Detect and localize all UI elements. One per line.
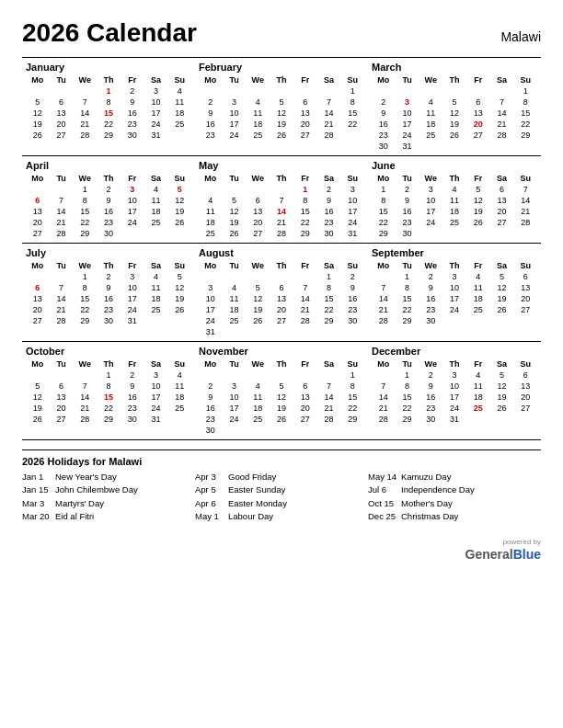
day-cell: 26 bbox=[442, 130, 466, 141]
day-cell: 20 bbox=[293, 403, 317, 414]
day-cell: 15 bbox=[396, 293, 419, 304]
day-cell: 24 bbox=[144, 119, 168, 130]
day-header-we: We bbox=[73, 74, 97, 85]
day-cell: 12 bbox=[442, 108, 466, 119]
day-cell: 8 bbox=[73, 195, 97, 206]
day-cell: 6 bbox=[50, 381, 74, 392]
month-name: December bbox=[372, 346, 537, 357]
day-header-we: We bbox=[419, 74, 442, 85]
day-cell bbox=[340, 425, 364, 436]
day-cell bbox=[396, 85, 419, 97]
day-cell: 22 bbox=[73, 217, 97, 228]
day-cell: 13 bbox=[270, 293, 293, 304]
day-cell: 21 bbox=[270, 217, 293, 228]
day-cell: 13 bbox=[50, 392, 74, 403]
day-cell: 11 bbox=[466, 282, 490, 293]
day-cell: 28 bbox=[372, 315, 396, 326]
day-cell: 18 bbox=[466, 293, 490, 304]
day-header-sa: Sa bbox=[144, 173, 168, 184]
day-cell bbox=[223, 85, 247, 97]
day-cell: 6 bbox=[270, 282, 293, 293]
day-header-mo: Mo bbox=[372, 173, 396, 184]
day-cell bbox=[50, 184, 74, 195]
day-cell: 15 bbox=[396, 392, 419, 403]
day-header-sa: Sa bbox=[490, 358, 514, 370]
day-cell: 20 bbox=[513, 392, 537, 403]
day-cell: 27 bbox=[270, 315, 293, 326]
day-cell: 7 bbox=[73, 97, 97, 108]
day-cell: 3 bbox=[121, 271, 144, 282]
day-cell bbox=[50, 271, 74, 282]
day-cell: 12 bbox=[490, 381, 514, 392]
day-cell: 18 bbox=[199, 217, 223, 228]
day-cell: 15 bbox=[73, 293, 97, 304]
holiday-item: Dec 25Christmas Day bbox=[368, 510, 541, 523]
day-header-sa: Sa bbox=[144, 358, 168, 370]
day-cell: 7 bbox=[490, 97, 514, 108]
month-block-november: NovemberMoTuWeThFrSaSu 12345678910111213… bbox=[195, 342, 368, 440]
day-cell: 8 bbox=[340, 97, 364, 108]
day-grid: MoTuWeThFrSaSu 1234567891011121314151617… bbox=[26, 260, 191, 326]
day-cell: 17 bbox=[340, 206, 364, 217]
day-cell: 23 bbox=[121, 403, 144, 414]
day-cell: 11 bbox=[167, 97, 191, 108]
day-header-sa: Sa bbox=[144, 74, 168, 85]
day-cell: 24 bbox=[396, 130, 419, 141]
day-cell: 17 bbox=[442, 392, 466, 403]
page-header: 2026 Calendar Malawi bbox=[22, 18, 541, 48]
day-cell: 28 bbox=[73, 414, 97, 425]
month-block-april: AprilMoTuWeThFrSaSu 12345678910111213141… bbox=[22, 156, 195, 244]
day-cell: 3 bbox=[199, 282, 223, 293]
day-cell bbox=[466, 85, 490, 97]
month-block-june: JuneMoTuWeThFrSaSu1234567891011121314151… bbox=[368, 156, 541, 244]
holiday-item: Jan 15John Chilembwe Day bbox=[22, 483, 195, 496]
day-cell bbox=[513, 414, 537, 425]
day-cell: 16 bbox=[199, 119, 223, 130]
day-header-we: We bbox=[73, 260, 97, 271]
day-cell: 18 bbox=[167, 392, 191, 403]
day-cell: 28 bbox=[317, 414, 341, 425]
month-block-august: AugustMoTuWeThFrSaSu 1234567891011121314… bbox=[195, 244, 368, 342]
day-cell: 25 bbox=[167, 119, 191, 130]
day-header-th: Th bbox=[442, 173, 466, 184]
day-cell: 13 bbox=[293, 108, 317, 119]
day-header-mo: Mo bbox=[199, 358, 223, 370]
day-cell: 5 bbox=[223, 195, 247, 206]
day-cell: 17 bbox=[121, 206, 144, 217]
day-cell: 11 bbox=[144, 282, 168, 293]
day-cell: 25 bbox=[199, 228, 223, 239]
day-header-th: Th bbox=[97, 173, 121, 184]
day-cell: 22 bbox=[513, 119, 537, 130]
day-cell bbox=[419, 141, 442, 152]
day-cell: 11 bbox=[144, 195, 168, 206]
day-cell: 1 bbox=[97, 370, 121, 381]
day-header-mo: Mo bbox=[26, 74, 50, 85]
day-cell: 7 bbox=[293, 282, 317, 293]
day-header-th: Th bbox=[270, 74, 293, 85]
day-cell bbox=[270, 184, 293, 195]
holiday-name: Labour Day bbox=[228, 510, 273, 523]
day-cell: 14 bbox=[50, 206, 74, 217]
day-cell bbox=[340, 326, 364, 337]
day-cell bbox=[246, 425, 270, 436]
day-cell bbox=[419, 228, 442, 239]
day-cell: 17 bbox=[121, 293, 144, 304]
day-cell: 28 bbox=[50, 315, 74, 326]
day-header-tu: Tu bbox=[50, 173, 74, 184]
day-header-tu: Tu bbox=[50, 74, 74, 85]
day-cell: 28 bbox=[317, 130, 341, 141]
day-cell: 8 bbox=[293, 195, 317, 206]
day-cell: 29 bbox=[396, 414, 419, 425]
day-cell: 2 bbox=[97, 184, 121, 195]
day-cell: 23 bbox=[199, 414, 223, 425]
day-cell: 5 bbox=[466, 184, 490, 195]
day-cell: 21 bbox=[293, 304, 317, 315]
day-cell: 14 bbox=[73, 392, 97, 403]
day-header-fr: Fr bbox=[466, 358, 490, 370]
day-cell: 24 bbox=[442, 403, 466, 414]
month-block-december: DecemberMoTuWeThFrSaSu 12345678910111213… bbox=[368, 342, 541, 440]
day-cell bbox=[199, 370, 223, 381]
day-cell: 23 bbox=[317, 217, 341, 228]
day-cell: 5 bbox=[442, 97, 466, 108]
day-cell: 30 bbox=[97, 315, 121, 326]
